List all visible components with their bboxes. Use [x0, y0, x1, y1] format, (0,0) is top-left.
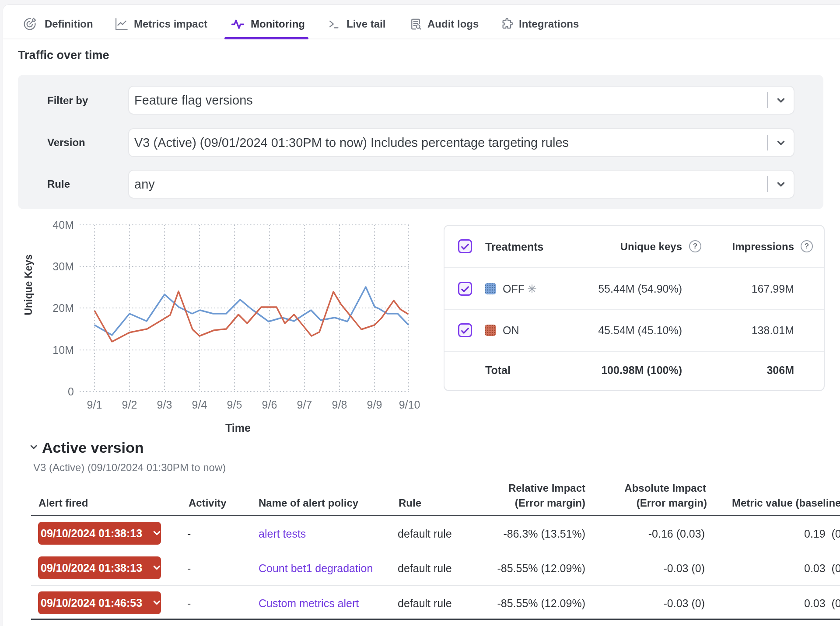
- svg-text:9/7: 9/7: [297, 399, 312, 411]
- svg-text:9/10: 9/10: [399, 399, 420, 411]
- svg-text:9/5: 9/5: [227, 399, 242, 411]
- svg-text:0: 0: [68, 385, 74, 398]
- svg-text:9/8: 9/8: [332, 399, 347, 411]
- svg-text:Unique Keys: Unique Keys: [23, 254, 34, 315]
- svg-text:9/3: 9/3: [157, 399, 172, 411]
- svg-text:30M: 30M: [52, 260, 74, 273]
- svg-text:9/1: 9/1: [87, 399, 102, 411]
- svg-text:40M: 40M: [52, 219, 74, 231]
- svg-text:9/6: 9/6: [262, 399, 277, 411]
- svg-text:10M: 10M: [52, 344, 74, 356]
- svg-text:Time: Time: [225, 422, 251, 434]
- svg-text:9/9: 9/9: [367, 399, 382, 411]
- svg-text:20M: 20M: [52, 302, 74, 314]
- svg-text:9/4: 9/4: [192, 399, 207, 411]
- svg-text:9/2: 9/2: [122, 399, 137, 411]
